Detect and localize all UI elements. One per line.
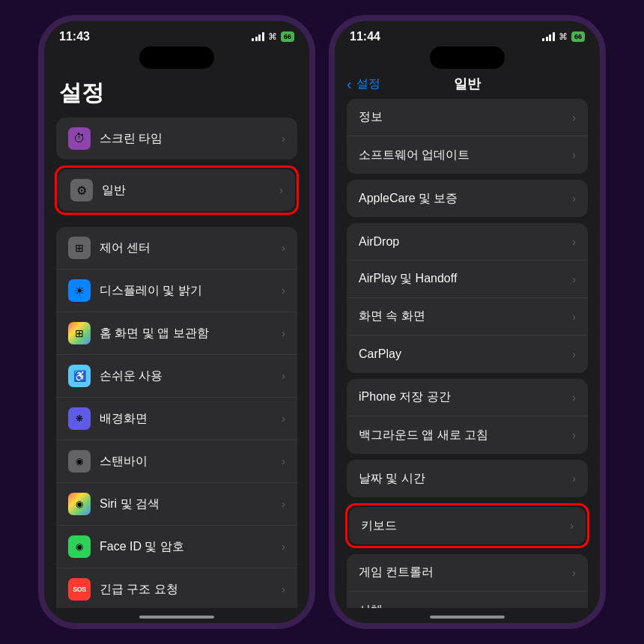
dynamic-island-left — [139, 46, 214, 69]
settings-item-display[interactable]: ☀ 디스플레이 및 밝기 › — [56, 270, 297, 312]
chevron-icon: › — [282, 133, 285, 145]
group-section7: 게임 컨트롤러 › 서체 › — [347, 554, 588, 608]
date-time-label: 날짜 및 시간 — [359, 471, 566, 487]
chevron-icon: › — [572, 311, 576, 323]
chevron-icon: › — [282, 541, 285, 553]
settings-item-general[interactable]: ⚙ 일반 › — [58, 169, 295, 211]
settings-item-wallpaper[interactable]: ❋ 배경화면 › — [56, 398, 297, 440]
group-section4: iPhone 저장 공간 › 백그라운드 앱 새로 고침 › — [347, 379, 588, 454]
signal-icon — [252, 32, 264, 41]
settings-item-home-screen[interactable]: ⊞ 홈 화면 및 앱 보관함 › — [56, 312, 297, 355]
settings-item-carplay[interactable]: CarPlay › — [347, 335, 588, 373]
settings-item-date-time[interactable]: 날짜 및 시간 › — [347, 460, 588, 497]
display-label: 디스플레이 및 밝기 — [100, 283, 276, 299]
screen-title-left: 설정 — [44, 72, 309, 118]
home-screen-label: 홈 화면 및 앱 보관함 — [100, 326, 276, 341]
screen-time-icon: ⏱ — [68, 127, 91, 150]
chevron-icon: › — [572, 112, 576, 124]
home-screen-icon: ⊞ — [68, 322, 91, 344]
chevron-icon: › — [282, 455, 285, 467]
chevron-icon: › — [572, 273, 576, 285]
status-icons-left: ⌘ 66 — [252, 31, 294, 42]
keyboard-label: 키보드 — [361, 518, 564, 534]
standby-label: 스탠바이 — [100, 454, 276, 470]
home-indicator-left — [44, 608, 309, 623]
chevron-icon: › — [282, 498, 285, 510]
chevron-icon: › — [572, 348, 576, 360]
sos-label: 긴급 구조 요청 — [100, 582, 276, 598]
content-right: 정보 › 소프트웨어 업데이트 › AppleCare 및 보증 › AirDr… — [335, 99, 600, 608]
group-main-settings: ⊞ 제어 센터 › ☀ 디스플레이 및 밝기 › ⊞ 홈 화면 및 앱 보관함 … — [56, 227, 297, 608]
battery-left: 66 — [281, 31, 294, 42]
group-section5: 날짜 및 시간 › — [347, 460, 588, 497]
battery-right: 66 — [571, 31, 585, 42]
settings-item-software-update[interactable]: 소프트웨어 업데이트 › — [347, 136, 588, 174]
carplay-label: CarPlay — [359, 347, 566, 361]
home-bar — [139, 616, 214, 619]
time-right: 11:44 — [350, 30, 380, 43]
chevron-icon: › — [282, 413, 285, 425]
general-icon: ⚙ — [70, 179, 93, 201]
info-label: 정보 — [359, 109, 566, 125]
settings-item-applecare[interactable]: AppleCare 및 보증 › — [347, 180, 588, 217]
group-screen-time: ⏱ 스크린 타임 › — [56, 118, 297, 160]
chevron-icon: › — [572, 392, 576, 404]
wallpaper-label: 배경화면 — [100, 411, 276, 427]
settings-item-sos[interactable]: SOS 긴급 구조 요청 › — [56, 568, 297, 608]
fonts-label: 서체 — [359, 603, 566, 609]
chevron-icon: › — [572, 192, 576, 204]
settings-item-airdrop[interactable]: AirDrop › — [347, 223, 588, 261]
phone-left: 11:43 ⌘ 66 설정 ⏱ 스크린 타임 — [38, 15, 315, 629]
nav-bar-right: ‹ 설정 일반 — [335, 72, 600, 99]
home-bar — [430, 616, 505, 619]
pip-label: 화면 속 화면 — [359, 309, 566, 324]
status-icons-right: ⌘ 66 — [542, 31, 585, 42]
settings-item-game-controller[interactable]: 게임 컨트롤러 › — [347, 554, 588, 592]
chevron-icon: › — [282, 242, 285, 254]
accessibility-icon: ♿ — [68, 365, 91, 387]
nav-title-right: 일반 — [454, 75, 481, 93]
chevron-icon: › — [572, 567, 576, 579]
chevron-icon: › — [572, 149, 576, 161]
general-label: 일반 — [102, 183, 273, 198]
settings-item-screen-time[interactable]: ⏱ 스크린 타임 › — [56, 118, 297, 160]
time-left: 11:43 — [59, 30, 90, 43]
display-icon: ☀ — [68, 279, 91, 302]
control-center-icon: ⊞ — [68, 237, 91, 259]
airplay-handoff-label: AirPlay 및 Handoff — [359, 271, 566, 287]
chevron-icon: › — [572, 473, 576, 484]
settings-item-pip[interactable]: 화면 속 화면 › — [347, 298, 588, 335]
settings-item-standby[interactable]: ◉ 스탠바이 › — [56, 440, 297, 483]
airdrop-label: AirDrop — [359, 235, 566, 249]
settings-item-control-center[interactable]: ⊞ 제어 센터 › — [56, 227, 297, 270]
settings-item-face-id[interactable]: ◉ Face ID 및 암호 › — [56, 526, 297, 568]
standby-icon: ◉ — [68, 450, 91, 473]
screen-time-label: 스크린 타임 — [100, 131, 276, 147]
software-update-label: 소프트웨어 업데이트 — [359, 148, 566, 163]
status-bar-left: 11:43 ⌘ 66 — [44, 21, 309, 46]
back-arrow-icon: ‹ — [347, 76, 352, 93]
settings-item-keyboard[interactable]: 키보드 › — [349, 507, 586, 544]
settings-item-iphone-storage[interactable]: iPhone 저장 공간 › — [347, 379, 588, 416]
chevron-icon: › — [279, 184, 283, 196]
game-controller-label: 게임 컨트롤러 — [359, 565, 566, 580]
group-section3: AirDrop › AirPlay 및 Handoff › 화면 속 화면 › … — [347, 223, 588, 373]
chevron-icon: › — [282, 285, 285, 297]
chevron-icon: › — [282, 327, 285, 339]
settings-item-info[interactable]: 정보 › — [347, 99, 588, 136]
phone-right: 11:44 ⌘ 66 ‹ 설정 일반 — [329, 15, 606, 629]
settings-item-siri[interactable]: ◉ Siri 및 검색 › — [56, 483, 297, 526]
home-indicator-right — [335, 608, 600, 623]
settings-item-airplay-handoff[interactable]: AirPlay 및 Handoff › — [347, 261, 588, 298]
settings-item-accessibility[interactable]: ♿ 손쉬운 사용 › — [56, 355, 297, 398]
back-button[interactable]: ‹ 설정 — [347, 76, 380, 93]
face-id-label: Face ID 및 암호 — [100, 539, 276, 555]
settings-item-background-refresh[interactable]: 백그라운드 앱 새로 고침 › — [347, 416, 588, 454]
content-left: ⏱ 스크린 타임 › ⚙ 일반 › ⊞ — [44, 118, 309, 608]
settings-item-fonts[interactable]: 서체 › — [347, 592, 588, 608]
iphone-storage-label: iPhone 저장 공간 — [359, 389, 566, 405]
group-section2: AppleCare 및 보증 › — [347, 180, 588, 217]
wifi-icon: ⌘ — [559, 31, 568, 42]
applecare-label: AppleCare 및 보증 — [359, 191, 566, 207]
control-center-label: 제어 센터 — [100, 240, 276, 256]
